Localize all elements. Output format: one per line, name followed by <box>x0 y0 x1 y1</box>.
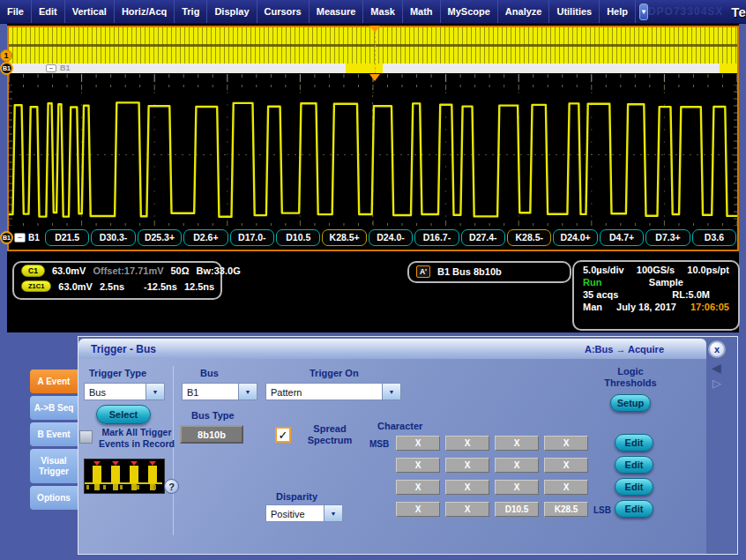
edit-button[interactable]: Edit <box>615 434 653 452</box>
help-icon[interactable]: ? <box>164 479 179 494</box>
trigger-type-dropdown-button[interactable]: ▼ <box>145 383 165 400</box>
horizontal-scale: 5.0µs/div <box>583 265 624 275</box>
bus-decode-value: D7.3+ <box>645 229 690 246</box>
character-cell[interactable]: X <box>544 480 588 495</box>
bus-decode-value: K28.5- <box>507 229 551 246</box>
model-label: DPO73304SX <box>648 5 723 18</box>
dialog-title: Trigger - Bus <box>78 343 156 355</box>
channel1-marker[interactable]: 1 <box>0 49 12 62</box>
edit-button[interactable]: Edit <box>615 478 653 496</box>
character-cell[interactable]: X <box>396 436 440 451</box>
waveform-graticule: − B1 − B1 D21.5D30.3-D25.3+D2.6+D17.0-D1… <box>7 26 739 251</box>
menu-item-display[interactable]: Display <box>207 0 257 23</box>
menu-item-trig[interactable]: Trig <box>175 0 207 23</box>
nav-back-icon[interactable]: ◀ <box>712 362 721 374</box>
character-cell[interactable]: X <box>396 458 440 473</box>
trigger-on-dropdown-button[interactable]: ▼ <box>382 383 401 400</box>
bus-decode-row: − B1 D21.5D30.3-D25.3+D2.6+D17.0-D10.5K2… <box>9 226 737 250</box>
bus-type-label: Bus Type <box>191 410 235 421</box>
tab-visual-trigger[interactable]: Visual Trigger <box>30 449 78 483</box>
character-row: XXD10.5K28.5 <box>396 502 588 517</box>
menu-item-horiz-acq[interactable]: Horiz/Acq <box>115 0 175 23</box>
edit-buttons: EditEditEditEdit <box>615 434 653 522</box>
menu-items: FileEditVerticalHoriz/AcqTrigDisplayCurs… <box>0 0 636 23</box>
logic-setup-button[interactable]: Setup <box>610 394 651 412</box>
dialog-close-button[interactable]: x <box>708 340 726 358</box>
character-cell[interactable]: K28.5 <box>544 502 588 517</box>
trigger-on-value[interactable]: Pattern <box>265 383 382 400</box>
bus-decode-value: D24.0+ <box>553 229 597 246</box>
trigger-type-value[interactable]: Bus <box>84 383 145 400</box>
spread-spectrum-label: Spread Spectrum <box>295 423 364 446</box>
section-divider <box>173 366 174 535</box>
bus-decode-value: D3.6 <box>692 229 736 246</box>
window-controls: DPO73304SX Tek – X <box>648 3 746 21</box>
menu-item-cursors[interactable]: Cursors <box>257 0 310 23</box>
trigger-marker-icon[interactable] <box>369 74 380 81</box>
lsb-label: LSB <box>593 505 611 515</box>
character-cell[interactable]: X <box>396 502 440 517</box>
nav-forward-icon[interactable]: ▷ <box>712 377 721 389</box>
trigger-marker-icon[interactable] <box>369 26 380 33</box>
bus-collapse-button[interactable]: − <box>14 233 26 243</box>
character-cell[interactable]: D10.5 <box>495 502 539 517</box>
menu-item-math[interactable]: Math <box>403 0 441 23</box>
edit-button[interactable]: Edit <box>615 456 653 474</box>
spread-spectrum-checkbox[interactable]: ✓ <box>275 427 291 443</box>
acquisition-state: Run <box>583 277 601 287</box>
main-waveform <box>9 85 737 226</box>
bus1-marker[interactable]: B1 <box>0 62 13 75</box>
bus-decode-value: D17.0- <box>230 229 274 246</box>
bus-combo: B1 ▼ <box>182 383 257 400</box>
disparity-dropdown-button[interactable]: ▼ <box>324 504 343 522</box>
tab-a-event[interactable]: A Event <box>30 370 78 393</box>
bus-type-value: 8b10b <box>180 425 243 444</box>
date-label: July 18, 2017 <box>616 302 676 312</box>
character-cell[interactable]: X <box>396 480 440 495</box>
menu-item-measure[interactable]: Measure <box>310 0 364 23</box>
ch1-offset: Offset:17.71mV <box>93 265 163 276</box>
character-cell[interactable]: X <box>445 436 489 451</box>
character-cell[interactable]: X <box>445 480 489 495</box>
zoom1-badge[interactable]: Z1C1 <box>21 280 51 292</box>
channel1-badge[interactable]: C1 <box>21 265 45 277</box>
bus-decode-value: D10.5 <box>276 229 320 246</box>
tab-a-b-seq[interactable]: A->B Seq <box>30 396 78 420</box>
trigger-type-combo: Bus ▼ <box>84 383 165 400</box>
character-row: XXXX <box>396 458 588 473</box>
acquisition-mode: Sample <box>649 277 683 287</box>
character-cell[interactable]: X <box>445 502 489 517</box>
bus-dropdown-button[interactable]: ▼ <box>238 383 257 400</box>
mark-all-checkbox[interactable] <box>79 430 93 444</box>
trigger-events-thumbnail <box>84 459 165 494</box>
tab-options[interactable]: Options <box>30 486 78 510</box>
disparity-value[interactable]: Positive <box>265 504 324 522</box>
zoom-start: -12.5ns <box>144 281 177 292</box>
menu-item-analyze[interactable]: Analyze <box>498 0 550 23</box>
bus1-marker[interactable]: B1 <box>0 231 13 244</box>
logic-thresholds-label: Logic Thresholds <box>597 366 664 389</box>
menu-item-help[interactable]: Help <box>600 0 636 23</box>
edit-button[interactable]: Edit <box>615 500 653 518</box>
bus-collapse-button[interactable]: − <box>46 64 56 72</box>
bus-value[interactable]: B1 <box>182 383 238 400</box>
tab-b-event[interactable]: B Event <box>30 422 78 446</box>
ch1-scale: 63.0mV <box>52 265 86 276</box>
menu-item-edit[interactable]: Edit <box>32 0 65 23</box>
character-cell[interactable]: X <box>445 458 489 473</box>
menu-item-file[interactable]: File <box>0 0 32 23</box>
menu-item-myscope[interactable]: MyScope <box>441 0 498 23</box>
menu-item-mask[interactable]: Mask <box>363 0 403 23</box>
character-cell[interactable]: X <box>495 458 539 473</box>
character-cell[interactable]: X <box>495 436 539 451</box>
bus-row-label: B1 <box>28 233 40 243</box>
menu-item-vertical[interactable]: Vertical <box>65 0 115 23</box>
menu-overflow-button[interactable]: ▼ <box>639 4 648 20</box>
character-cell[interactable]: X <box>544 458 588 473</box>
select-button[interactable]: Select <box>96 405 151 424</box>
character-cell[interactable]: X <box>544 436 588 451</box>
disparity-combo: Positive ▼ <box>265 504 343 522</box>
bus-decode-value: K28.5+ <box>322 229 366 246</box>
menu-item-utilities[interactable]: Utilities <box>549 0 600 23</box>
character-cell[interactable]: X <box>495 480 539 495</box>
